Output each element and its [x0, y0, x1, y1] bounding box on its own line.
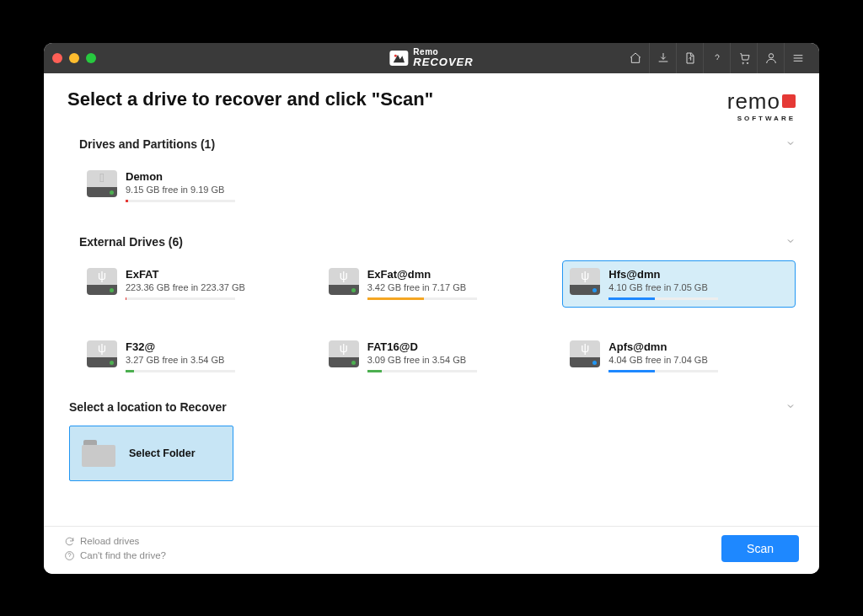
folder-label: Select Folder	[129, 447, 196, 459]
app-name-big: RECOVER	[413, 56, 473, 67]
minimize-icon[interactable]	[69, 53, 79, 63]
drive-name: F32@	[126, 340, 305, 353]
usb-icon: ψ	[340, 269, 348, 282]
led-icon	[110, 190, 114, 195]
usage-bar	[608, 370, 718, 372]
scan-button[interactable]: Scan	[721, 535, 799, 562]
drive-name: Hfs@dmn	[608, 268, 788, 281]
usb-icon: ψ	[581, 341, 589, 355]
led-icon	[592, 288, 597, 292]
help-button[interactable]	[703, 43, 730, 73]
drive-icon: ψ	[329, 268, 359, 295]
led-icon	[110, 361, 114, 365]
apple-icon: 	[99, 170, 104, 185]
usb-icon: ψ	[340, 341, 348, 355]
chevron-down-icon	[785, 235, 796, 249]
page-title: Select a drive to recover and click "Sca…	[67, 88, 433, 110]
drive-item[interactable]: ψExFat@dmn3.42 GB free in 7.17 GB	[321, 260, 555, 308]
export-button[interactable]	[676, 43, 703, 73]
drive-name: Apfs@dmn	[608, 340, 788, 353]
usb-icon: ψ	[98, 341, 106, 355]
brand-square-icon	[782, 94, 796, 108]
usb-icon: ψ	[581, 269, 589, 282]
drive-item[interactable]: ψFAT16@D3.09 GB free in 3.54 GB	[321, 333, 555, 380]
internal-drive-grid: Demon9.15 GB free in 9.19 GB	[79, 156, 796, 227]
brand-logo: remo SOFTWARE	[727, 88, 796, 122]
drive-icon: ψ	[570, 340, 600, 367]
drive-sub: 4.10 GB free in 7.05 GB	[608, 282, 788, 292]
main-scroll[interactable]: Drives and Partitions (1) Demon9.15 GB …	[44, 129, 819, 526]
svg-point-0	[394, 54, 397, 56]
led-icon	[592, 361, 597, 365]
maximize-icon[interactable]	[86, 53, 96, 63]
close-icon[interactable]	[52, 53, 62, 63]
drive-icon: ψ	[570, 268, 600, 295]
drive-icon: ψ	[87, 268, 117, 295]
drive-sub: 3.09 GB free in 3.54 GB	[367, 355, 547, 365]
led-icon	[110, 288, 114, 292]
usb-icon: ψ	[98, 269, 106, 282]
chevron-down-icon	[785, 400, 796, 414]
drive-name: ExFAT	[126, 268, 305, 281]
import-button[interactable]	[649, 43, 676, 73]
drive-icon: ψ	[329, 340, 359, 367]
account-button[interactable]	[757, 43, 784, 73]
usage-bar	[126, 370, 235, 372]
drive-item[interactable]: ψF32@3.27 GB free in 3.54 GB	[79, 333, 313, 380]
app-brand: Remo RECOVER	[389, 48, 473, 67]
drive-sub: 4.04 GB free in 7.04 GB	[608, 355, 788, 365]
reload-drives-link[interactable]: Reload drives	[64, 536, 166, 547]
drive-name: FAT16@D	[367, 340, 547, 353]
usage-bar	[367, 370, 477, 372]
drive-icon: ψ	[87, 340, 117, 367]
window-controls	[52, 53, 96, 63]
home-button[interactable]	[622, 43, 649, 73]
drive-sub: 223.36 GB free in 223.37 GB	[126, 282, 305, 292]
usage-bar	[608, 297, 718, 300]
external-section-header[interactable]: External Drives (6)	[79, 227, 796, 254]
app-window: Remo RECOVER Select a drive to recover a…	[44, 43, 819, 574]
footer: Reload drives Can't find the drive? Scan	[44, 526, 819, 574]
internal-section-header[interactable]: Drives and Partitions (1)	[79, 129, 796, 156]
usage-bar	[126, 297, 235, 300]
drive-sub: 3.42 GB free in 7.17 GB	[367, 282, 547, 292]
reload-icon	[64, 536, 75, 547]
drive-name: Demon	[126, 170, 305, 183]
drive-icon: 	[87, 170, 117, 197]
content-area: Select a drive to recover and click "Sca…	[44, 73, 819, 574]
drive-sub: 3.27 GB free in 3.54 GB	[126, 355, 305, 365]
led-icon	[351, 361, 356, 365]
help-find-drive-link[interactable]: Can't find the drive?	[64, 550, 166, 561]
titlebar: Remo RECOVER	[44, 43, 819, 73]
drive-name: ExFat@dmn	[367, 268, 547, 281]
drive-item[interactable]: ψHfs@dmn4.10 GB free in 7.05 GB	[562, 260, 796, 308]
drive-sub: 9.15 GB free in 9.19 GB	[126, 185, 305, 195]
select-folder-card[interactable]: Select Folder	[69, 426, 233, 481]
location-section-header[interactable]: Select a location to Recover	[69, 397, 796, 419]
drive-item[interactable]: ψApfs@dmn4.04 GB free in 7.04 GB	[562, 333, 796, 380]
drive-item[interactable]: ψExFAT223.36 GB free in 223.37 GB	[79, 260, 313, 308]
menu-button[interactable]	[784, 43, 811, 73]
drive-item[interactable]: Demon9.15 GB free in 9.19 GB	[79, 163, 313, 210]
question-icon	[64, 550, 75, 561]
chevron-down-icon	[785, 137, 796, 151]
toolbar	[622, 43, 811, 73]
app-logo-icon	[389, 51, 408, 66]
svg-point-1	[769, 53, 773, 57]
folder-icon	[82, 440, 115, 467]
usage-bar	[367, 297, 477, 300]
usage-bar	[126, 200, 235, 202]
external-drive-grid: ψExFAT223.36 GB free in 223.37 GBψExFat@…	[79, 254, 796, 397]
cart-button[interactable]	[730, 43, 757, 73]
led-icon	[351, 288, 356, 292]
